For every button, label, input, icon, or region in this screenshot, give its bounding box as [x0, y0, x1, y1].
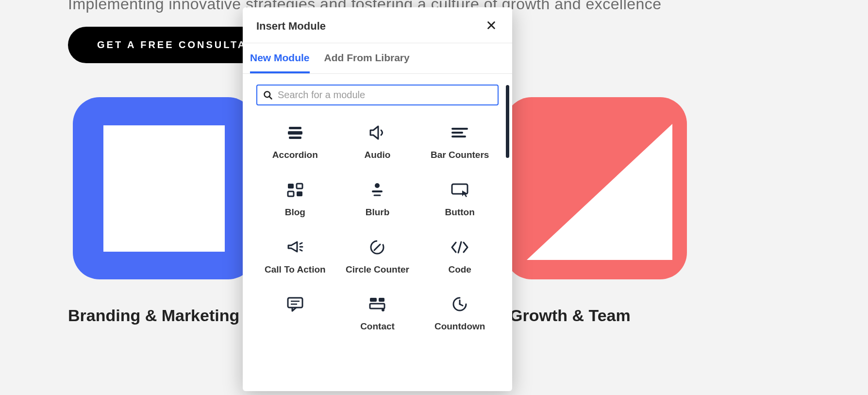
module-code[interactable]: Code	[421, 234, 499, 278]
module-label: Bar Counters	[431, 149, 489, 161]
module-label: Blog	[285, 206, 305, 218]
svg-rect-3	[289, 127, 301, 129]
module-countdown[interactable]: Countdown	[421, 291, 499, 335]
card-title-branding: Branding & Marketing	[68, 306, 239, 325]
svg-line-2	[269, 96, 272, 99]
svg-rect-28	[370, 304, 384, 309]
svg-point-29	[382, 309, 384, 311]
svg-line-21	[374, 244, 380, 250]
bars-icon	[449, 122, 470, 143]
svg-rect-23	[288, 298, 302, 308]
module-circle-counter[interactable]: Circle Counter	[339, 234, 417, 278]
tab-add-from-library[interactable]: Add From Library	[324, 43, 410, 73]
card-growth	[505, 97, 687, 279]
circle-counter-icon	[367, 237, 388, 258]
insert-module-modal: Insert Module New Module Add From Librar…	[243, 7, 512, 391]
heptagon-shape	[103, 125, 225, 252]
svg-line-22	[458, 242, 461, 253]
svg-marker-0	[106, 130, 222, 243]
svg-rect-26	[370, 298, 377, 302]
module-blog[interactable]: Blog	[256, 176, 334, 221]
svg-rect-27	[379, 298, 384, 302]
module-bar-counters[interactable]: Bar Counters	[421, 119, 499, 164]
svg-line-31	[460, 304, 463, 306]
svg-rect-9	[288, 184, 294, 189]
module-label: Accordion	[272, 149, 318, 161]
close-button[interactable]	[484, 18, 499, 34]
module-contact[interactable]: Contact	[339, 291, 417, 335]
card-title-growth: Growth & Team	[510, 306, 631, 325]
module-label: Circle Counter	[346, 264, 409, 275]
close-icon	[486, 20, 497, 31]
module-accordion[interactable]: Accordion	[256, 119, 334, 164]
module-label: Button	[445, 206, 475, 218]
audio-icon	[367, 122, 388, 143]
search-input[interactable]	[278, 89, 492, 101]
tab-new-module[interactable]: New Module	[250, 43, 310, 73]
module-label: Countdown	[434, 321, 485, 332]
search-icon	[263, 90, 273, 100]
accordion-icon	[284, 122, 306, 143]
svg-rect-5	[289, 137, 301, 139]
svg-line-17	[300, 243, 302, 244]
blog-icon	[284, 179, 306, 201]
modal-tabs: New Module Add From Library	[243, 43, 512, 74]
module-comments[interactable]	[256, 291, 334, 335]
svg-line-19	[300, 250, 302, 251]
triangle-shape	[527, 124, 672, 260]
card-branding	[73, 97, 255, 279]
contact-icon	[367, 293, 388, 315]
svg-rect-4	[288, 131, 302, 135]
megaphone-icon	[284, 237, 306, 258]
module-call-to-action[interactable]: Call To Action	[256, 234, 334, 278]
scrollbar-thumb[interactable]	[506, 85, 509, 158]
module-label: Blurb	[366, 206, 390, 218]
button-icon	[449, 179, 470, 201]
blurb-icon	[367, 179, 388, 201]
module-button[interactable]: Button	[421, 176, 499, 221]
module-blurb[interactable]: Blurb	[339, 176, 417, 221]
module-label: Contact	[360, 321, 395, 332]
countdown-icon	[449, 293, 470, 315]
modal-title: Insert Module	[256, 20, 326, 33]
module-label: Code	[448, 264, 471, 275]
search-field-wrap[interactable]	[256, 85, 499, 105]
svg-rect-12	[297, 191, 302, 196]
comments-icon	[284, 293, 306, 315]
module-label: Audio	[365, 149, 391, 161]
module-label: Call To Action	[265, 264, 326, 275]
svg-rect-10	[297, 184, 302, 189]
svg-rect-11	[288, 191, 294, 196]
code-icon	[449, 237, 470, 258]
svg-point-13	[375, 183, 380, 188]
module-audio[interactable]: Audio	[339, 119, 417, 164]
module-grid: Accordion Audio Bar Counters	[256, 119, 499, 335]
